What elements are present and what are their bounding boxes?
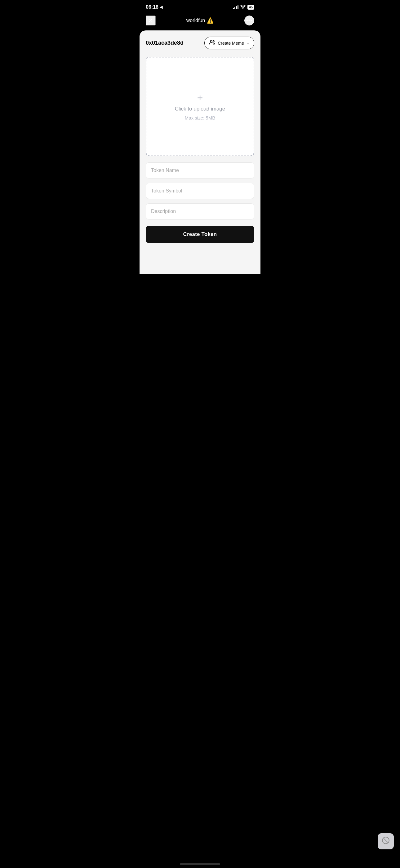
main-content: 0x01aca3de8d Create Meme ⌄ + Click to up… xyxy=(139,30,261,274)
create-token-button[interactable]: Create Token xyxy=(146,226,254,243)
max-size-label: Max size: 5MB xyxy=(185,115,215,120)
status-time: 06:18 ◀ xyxy=(146,4,163,10)
image-upload-area[interactable]: + Click to upload image Max size: 5MB xyxy=(146,57,254,156)
nav-bar: × worldfun ⚠️ ••• xyxy=(139,12,261,30)
people-icon xyxy=(209,39,215,46)
header-row: 0x01aca3de8d Create Meme ⌄ xyxy=(146,37,254,49)
battery-icon: 45 xyxy=(247,5,254,10)
svg-point-0 xyxy=(210,40,212,42)
wifi-icon xyxy=(240,5,245,10)
warning-icon: ⚠️ xyxy=(207,17,214,24)
wallet-address: 0x01aca3de8d xyxy=(146,40,184,46)
description-input[interactable] xyxy=(146,203,254,219)
chevron-down-icon: ⌄ xyxy=(246,41,249,45)
status-bar: 06:18 ◀ 45 xyxy=(139,0,261,12)
create-meme-label: Create Meme xyxy=(218,41,244,45)
plus-icon: + xyxy=(197,93,203,103)
close-button[interactable]: × xyxy=(146,16,156,26)
upload-label: Click to upload image xyxy=(175,106,226,112)
create-meme-button[interactable]: Create Meme ⌄ xyxy=(204,37,254,49)
app-name: worldfun xyxy=(186,18,205,23)
nav-title: worldfun ⚠️ xyxy=(186,17,214,24)
svg-point-1 xyxy=(213,41,214,42)
time-display: 06:18 xyxy=(146,4,159,10)
token-name-input[interactable] xyxy=(146,162,254,179)
more-button[interactable]: ••• xyxy=(244,16,254,26)
token-symbol-input[interactable] xyxy=(146,183,254,199)
battery-level: 45 xyxy=(249,5,253,9)
signal-icon xyxy=(233,5,238,9)
status-icons: 45 xyxy=(233,5,254,10)
location-arrow-icon: ◀ xyxy=(160,5,163,9)
